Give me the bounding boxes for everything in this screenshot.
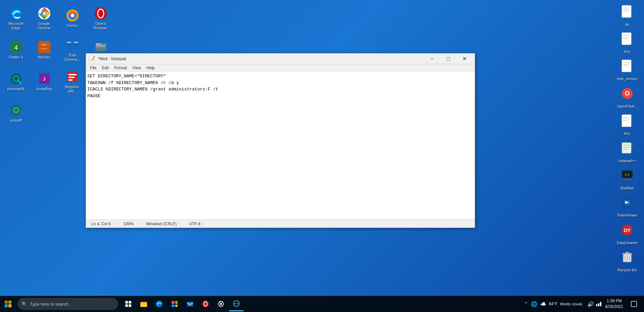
desktop-icon-notepadpp[interactable]: ++ notepad++ — [614, 140, 641, 164]
desktop-icon-key2[interactable]: Key — [614, 113, 641, 137]
desktop-icon-qa[interactable]: qa — [614, 3, 641, 28]
svg-rect-93 — [175, 301, 178, 304]
desktop-icon-smsniff[interactable]: smsniff — [3, 98, 29, 128]
svg-rect-12 — [38, 41, 50, 53]
key2-label: Key — [624, 131, 631, 136]
opera-label: Opera Browser — [89, 22, 112, 30]
badapp-icon: ▮▯▮ — [621, 168, 633, 185]
svg-rect-17 — [67, 42, 71, 43]
taskbar-store-button[interactable] — [167, 297, 182, 311]
totalcmd-icon — [66, 38, 79, 52]
key2-icon — [621, 114, 633, 130]
svg-rect-68 — [624, 179, 631, 180]
svg-rect-104 — [598, 303, 599, 306]
menu-file[interactable]: File — [87, 65, 99, 71]
svg-rect-29 — [68, 74, 77, 75]
tray-network-icon[interactable]: 🌐 — [530, 300, 538, 308]
taskbar: 🔍 — [0, 296, 644, 312]
firefox-icon — [66, 9, 79, 22]
regshot-label: Regshot-x86... — [61, 85, 84, 93]
desktop-icon-new-version[interactable]: new_version — [614, 58, 641, 82]
desktop-icon-openfileA[interactable]: O OpenFileA... — [614, 85, 641, 110]
fiddler-icon: 4 — [9, 40, 23, 54]
desktop-icon-totalcmd[interactable]: Total Comma... — [60, 35, 85, 65]
menu-view[interactable]: View — [130, 65, 144, 71]
far-icon — [94, 40, 107, 54]
datacleaner-icon: DY — [621, 223, 633, 240]
maximize-button[interactable]: □ — [441, 53, 456, 64]
tray-weather-icon: ☁️ — [540, 301, 547, 307]
svg-rect-105 — [600, 302, 601, 306]
taskbar-search-box[interactable]: 🔍 — [17, 298, 118, 310]
svg-rect-30 — [68, 77, 75, 78]
notepad-text-area[interactable]: SET DIRECTORY_NAME="DIRECTORY" TAKEOWN /… — [86, 72, 475, 101]
file-explorer-button[interactable] — [136, 297, 151, 311]
openfileA-label: OpenFileA... — [617, 104, 637, 109]
svg-rect-82 — [5, 304, 8, 307]
svg-point-91 — [156, 301, 163, 307]
svg-text:HEX: HEX — [41, 43, 47, 46]
svg-rect-20 — [96, 44, 101, 44]
teamviewer-label: TeamViewer — [617, 213, 637, 218]
taskview-button[interactable] — [121, 297, 136, 311]
svg-rect-96 — [187, 302, 193, 306]
desktop-icon-firefox[interactable]: Firefox — [60, 3, 85, 34]
badapp-label: BadApp — [620, 186, 634, 190]
desktop-icon-chrome[interactable]: Google Chrome — [32, 3, 57, 34]
desktop-icon-procexp[interactable]: procexp64 — [3, 67, 29, 97]
desktop-icon-regshot[interactable]: Regshot-x86... — [60, 67, 85, 97]
desktop-icon-winhex[interactable]: HEX editor WinHex — [32, 35, 57, 65]
desktop-icon-opera[interactable]: Opera Browser — [88, 3, 113, 34]
desktop-icon-key[interactable]: Key — [614, 31, 641, 55]
edge-label: Microsoft Edge — [5, 22, 27, 30]
svg-rect-83 — [8, 304, 11, 307]
desktop-icon-teamviewer[interactable]: TeamViewer — [614, 194, 641, 219]
wifi-icon[interactable] — [595, 300, 602, 308]
svg-rect-76 — [625, 252, 629, 253]
svg-rect-84 — [125, 301, 128, 304]
teamviewer-icon — [621, 196, 633, 212]
code-line-3: ICACLS %DIRECTORY_NAME% /grant administr… — [87, 86, 473, 93]
svg-rect-90 — [140, 302, 143, 303]
code-line-2: TAKEOWN /f %DIRECTORY_NAME% /r /d y — [87, 80, 473, 86]
menu-edit[interactable]: Edit — [99, 65, 111, 71]
openfileA-icon: O — [621, 87, 633, 103]
desktop-icon-fiddler[interactable]: 4 Fiddler 4 — [3, 35, 29, 65]
taskbar-settings-button[interactable] — [214, 297, 228, 311]
status-line-ending: Windows (CRLF) — [143, 222, 180, 226]
status-encoding: UTF-8 — [186, 222, 203, 226]
taskbar-clock[interactable]: 1:39 PM 8/26/2021 — [603, 298, 626, 310]
close-button[interactable]: ✕ — [457, 53, 472, 64]
taskbar-mail-button[interactable] — [183, 297, 197, 311]
svg-rect-75 — [623, 253, 632, 255]
desktop-icon-jumpreg[interactable]: J JumpReg — [32, 67, 57, 97]
desktop-icon-datacleaner[interactable]: DY DataCleaner — [614, 222, 641, 246]
svg-text:O: O — [625, 90, 630, 97]
desktop-icon-edge[interactable]: Microsoft Edge — [3, 3, 29, 34]
volume-icon[interactable]: 🔊 — [587, 300, 595, 308]
svg-rect-22 — [96, 46, 105, 47]
notepad-window: 📝 *Mod - Notepad − □ ✕ File Edit Format … — [86, 53, 475, 228]
search-input[interactable] — [30, 302, 110, 307]
notepad-scroll-area[interactable]: SET DIRECTORY_NAME="DIRECTORY" TAKEOWN /… — [86, 72, 475, 220]
tray-chevron[interactable]: ⌃ — [523, 301, 529, 307]
notification-button[interactable] — [627, 297, 641, 311]
desktop-icon-badapp[interactable]: ▮▯▮ BadApp — [614, 167, 641, 192]
menu-format[interactable]: Format — [111, 65, 130, 71]
titlebar-controls: − □ ✕ — [424, 53, 472, 64]
minimize-button[interactable]: − — [424, 53, 440, 64]
qa-icon — [621, 5, 633, 21]
totalcmd-label: Total Comma... — [61, 53, 84, 62]
desktop-icon-recycle-bin[interactable]: Recycle Bin — [614, 249, 641, 274]
start-button[interactable] — [0, 296, 16, 312]
notepadpp-icon: ++ — [621, 141, 633, 158]
svg-text:▮▯▮: ▮▯▮ — [625, 173, 630, 176]
taskbar-network-button[interactable] — [229, 297, 244, 311]
taskbar-opera-button[interactable] — [198, 297, 213, 311]
taskbar-edge-button[interactable] — [152, 297, 167, 311]
procexp-icon — [9, 72, 23, 85]
firefox-label: Firefox — [67, 24, 78, 28]
svg-rect-85 — [129, 301, 131, 304]
tray-weather-temp: 64°F — [548, 301, 558, 307]
menu-help[interactable]: Help — [144, 65, 157, 71]
